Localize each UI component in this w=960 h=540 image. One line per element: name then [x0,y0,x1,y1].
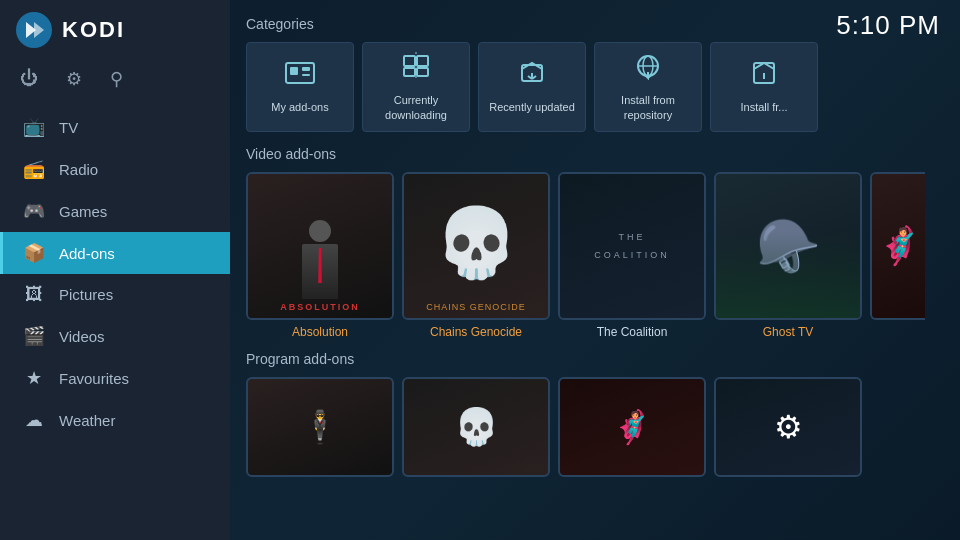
svg-rect-5 [302,67,310,71]
prog-addon-3[interactable]: 🦸 [558,377,706,477]
sidebar-action-icons: ⏻ ⚙ ⚲ [0,60,230,106]
svg-rect-4 [290,67,298,75]
category-install-from-repo[interactable]: Install fromrepository [594,42,702,132]
addon-home[interactable]: 🦸 [870,172,925,339]
sidebar: KODI ⏻ ⚙ ⚲ 📺 TV 📻 Radio 🎮 Games 📦 Add-on… [0,0,230,540]
addon-chains-genocide[interactable]: 💀 CHAINS GENOCIDE Chains Genocide [402,172,550,339]
time-display: 5:10 PM [836,10,940,41]
videos-icon: 🎬 [23,325,45,347]
sidebar-item-addons[interactable]: 📦 Add-ons [0,232,230,274]
category-recently-updated[interactable]: Recently updated [478,42,586,132]
nav-label-favourites: Favourites [59,370,129,387]
radio-icon: 📻 [23,158,45,180]
prog-addon-1[interactable]: 🕴 [246,377,394,477]
power-icon[interactable]: ⏻ [20,68,38,90]
category-currently-downloading[interactable]: Currentlydownloading [362,42,470,132]
sidebar-item-weather[interactable]: ☁ Weather [0,399,230,441]
weather-icon: ☁ [23,409,45,431]
addon-ghost-tv-thumb: 🪖 [714,172,862,320]
sidebar-item-favourites[interactable]: ★ Favourites [0,357,230,399]
install-from-repo-icon [632,52,664,87]
sidebar-item-tv[interactable]: 📺 TV [0,106,230,148]
pictures-icon: 🖼 [23,284,45,305]
svg-rect-8 [417,56,428,66]
app-title: KODI [62,17,125,43]
addon-chains-genocide-label: Chains Genocide [402,325,550,339]
downloading-icon [400,52,432,87]
svg-rect-9 [404,68,415,76]
nav-label-videos: Videos [59,328,105,345]
svg-rect-6 [302,74,310,76]
categories-row: My add-ons Currentlydownloading [246,42,944,132]
sidebar-nav: 📺 TV 📻 Radio 🎮 Games 📦 Add-ons 🖼 Picture… [0,106,230,540]
nav-label-addons: Add-ons [59,245,115,262]
my-addons-label: My add-ons [271,100,328,114]
addon-home-thumb: 🦸 [870,172,925,320]
favourites-icon: ★ [23,367,45,389]
addon-the-coalition-thumb: THECOALITION [558,172,706,320]
search-icon[interactable]: ⚲ [110,68,123,90]
games-icon: 🎮 [23,200,45,222]
program-addons-section-label: Program add-ons [246,351,944,367]
category-my-addons[interactable]: My add-ons [246,42,354,132]
install-from-zip-icon [748,59,780,94]
addon-absolution-thumb: ABSOLUTION [246,172,394,320]
sidebar-item-games[interactable]: 🎮 Games [0,190,230,232]
install-from-repo-label: Install fromrepository [621,93,675,122]
svg-rect-7 [404,56,415,66]
video-addons-row: ABSOLUTION Absolution 💀 CHAINS GENOCIDE … [246,172,944,339]
recently-updated-icon [516,59,548,94]
addon-chains-genocide-thumb: 💀 CHAINS GENOCIDE [402,172,550,320]
settings-icon[interactable]: ⚙ [66,68,82,90]
addon-ghost-tv-label: Ghost TV [714,325,862,339]
nav-label-tv: TV [59,119,78,136]
kodi-logo-icon [16,12,52,48]
sidebar-header: KODI [0,0,230,60]
sidebar-item-videos[interactable]: 🎬 Videos [0,315,230,357]
video-addons-section-label: Video add-ons [246,146,944,162]
prog-addon-4[interactable]: ⚙ [714,377,862,477]
nav-label-radio: Radio [59,161,98,178]
addon-absolution[interactable]: ABSOLUTION Absolution [246,172,394,339]
currently-downloading-label: Currentlydownloading [385,93,447,122]
addon-ghost-tv[interactable]: 🪖 Ghost TV [714,172,862,339]
program-addons-row: 🕴 💀 🦸 ⚙ [246,377,944,477]
sidebar-item-pictures[interactable]: 🖼 Pictures [0,274,230,315]
addon-the-coalition-label: The Coalition [558,325,706,339]
my-addons-icon [284,59,316,94]
recently-updated-label: Recently updated [489,100,575,114]
svg-rect-10 [417,68,428,76]
install-from-zip-label: Install fr... [740,100,787,114]
addon-absolution-label: Absolution [246,325,394,339]
nav-label-pictures: Pictures [59,286,113,303]
tv-icon: 📺 [23,116,45,138]
addon-the-coalition[interactable]: THECOALITION The Coalition [558,172,706,339]
prog-addon-2[interactable]: 💀 [402,377,550,477]
nav-label-weather: Weather [59,412,115,429]
category-install-from-zip[interactable]: Install fr... [710,42,818,132]
addons-icon: 📦 [23,242,45,264]
main-content: 5:10 PM Categories My add-ons [230,0,960,540]
sidebar-item-radio[interactable]: 📻 Radio [0,148,230,190]
nav-label-games: Games [59,203,107,220]
